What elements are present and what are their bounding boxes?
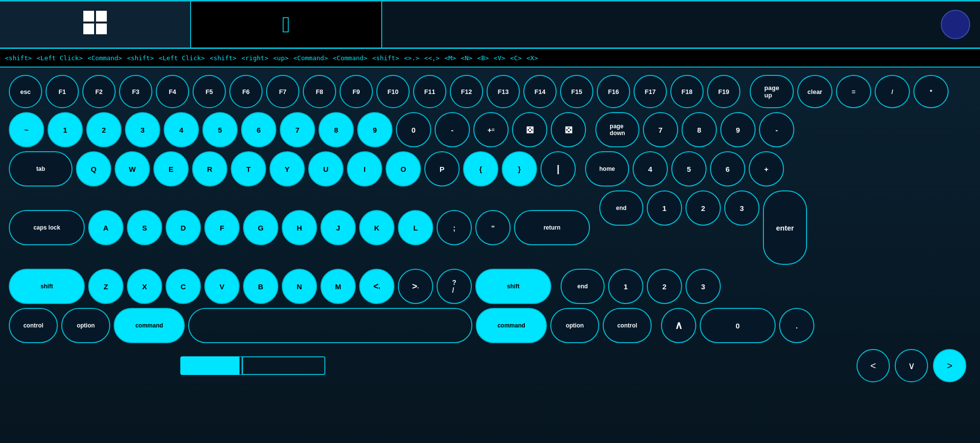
key-f18[interactable]: F18: [670, 75, 704, 108]
key-end[interactable]: end: [599, 190, 643, 226]
key-d[interactable]: D: [166, 210, 201, 245]
key-f12[interactable]: F12: [450, 75, 483, 108]
key-arrow-up[interactable]: ∧: [661, 308, 696, 343]
key-9[interactable]: 9: [357, 112, 392, 147]
key-arrow-left[interactable]: <: [857, 349, 890, 382]
key-numpad-enter[interactable]: enter: [763, 190, 807, 265]
key-shift-left[interactable]: shift: [9, 269, 85, 304]
key-f13[interactable]: F13: [487, 75, 520, 108]
key-f8[interactable]: F8: [303, 75, 336, 108]
key-equals[interactable]: +=: [473, 112, 509, 147]
key-f1[interactable]: F1: [46, 75, 79, 108]
key-o[interactable]: O: [386, 151, 421, 187]
key-numpad-0[interactable]: 0: [700, 308, 776, 343]
key-numpad-8[interactable]: 8: [682, 112, 717, 147]
key-numpad-5[interactable]: 5: [671, 151, 707, 187]
key-numpad-dot[interactable]: .: [779, 308, 814, 343]
key-n[interactable]: N: [282, 269, 317, 304]
key-numpad-3[interactable]: 3: [724, 190, 760, 226]
key-w[interactable]: W: [115, 151, 150, 187]
key-h[interactable]: H: [282, 210, 317, 245]
key-esc[interactable]: esc: [9, 75, 42, 108]
key-b[interactable]: B: [243, 269, 278, 304]
key-u[interactable]: U: [308, 151, 343, 187]
key-arrow-down[interactable]: ∨: [895, 349, 928, 382]
key-numpad-equals[interactable]: =: [836, 75, 871, 108]
key-backspace1[interactable]: ⊠: [512, 112, 547, 147]
key-lbrace[interactable]: {: [463, 151, 498, 187]
key-numpad-9[interactable]: 9: [720, 112, 756, 147]
key-z[interactable]: Z: [88, 269, 123, 304]
key-rbrace[interactable]: }: [502, 151, 537, 187]
key-2[interactable]: 2: [86, 112, 122, 147]
key-semicolon[interactable]: ;: [437, 210, 472, 245]
key-8[interactable]: 8: [318, 112, 354, 147]
key-g[interactable]: G: [243, 210, 278, 245]
key-command-left[interactable]: command: [114, 308, 185, 343]
key-numpad-end[interactable]: end: [561, 269, 605, 304]
key-tilde[interactable]: ~: [9, 112, 44, 147]
key-f3[interactable]: F3: [119, 75, 152, 108]
key-6[interactable]: 6: [241, 112, 276, 147]
key-5[interactable]: 5: [202, 112, 238, 147]
key-return[interactable]: return: [514, 210, 590, 245]
key-m[interactable]: M: [320, 269, 356, 304]
key-shift-right[interactable]: shift: [475, 269, 551, 304]
key-pipe[interactable]: |: [540, 151, 576, 187]
key-f10[interactable]: F10: [376, 75, 410, 108]
key-f5[interactable]: F5: [193, 75, 226, 108]
key-quote[interactable]: ": [475, 210, 511, 245]
key-option-right[interactable]: option: [550, 308, 599, 343]
key-page-down[interactable]: pagedown: [595, 112, 639, 147]
key-numpad-star[interactable]: *: [913, 75, 949, 108]
key-3[interactable]: 3: [125, 112, 160, 147]
key-command-right[interactable]: command: [476, 308, 547, 343]
key-f16[interactable]: F16: [597, 75, 630, 108]
slider-filled[interactable]: [180, 356, 239, 375]
key-numpad-2b[interactable]: 2: [647, 269, 682, 304]
windows-tab[interactable]: [0, 1, 191, 47]
key-f6[interactable]: F6: [229, 75, 263, 108]
key-tab[interactable]: tab: [9, 151, 73, 187]
key-caps-lock[interactable]: caps lock: [9, 210, 85, 245]
key-comma[interactable]: <,: [359, 269, 394, 304]
key-numpad-1[interactable]: 1: [647, 190, 682, 226]
key-home[interactable]: home: [585, 151, 629, 187]
key-spacebar[interactable]: [188, 308, 472, 343]
key-f19[interactable]: F19: [707, 75, 740, 108]
key-option-left[interactable]: option: [61, 308, 110, 343]
key-y[interactable]: Y: [270, 151, 305, 187]
key-control-left[interactable]: control: [9, 308, 58, 343]
key-v[interactable]: V: [204, 269, 240, 304]
key-f11[interactable]: F11: [413, 75, 446, 108]
key-s[interactable]: S: [127, 210, 162, 245]
key-numpad-6[interactable]: 6: [710, 151, 745, 187]
apple-tab[interactable]: : [191, 1, 382, 47]
key-numpad-1b[interactable]: 1: [608, 269, 643, 304]
key-f4[interactable]: F4: [156, 75, 189, 108]
key-t[interactable]: T: [231, 151, 266, 187]
key-clear[interactable]: clear: [797, 75, 833, 108]
key-4[interactable]: 4: [164, 112, 199, 147]
key-x[interactable]: X: [127, 269, 162, 304]
key-numpad-plus[interactable]: +: [749, 151, 784, 187]
key-q[interactable]: Q: [76, 151, 111, 187]
key-a[interactable]: A: [88, 210, 123, 245]
key-l[interactable]: L: [398, 210, 433, 245]
key-page-up[interactable]: pageup: [750, 75, 794, 108]
key-backspace2[interactable]: ⊠: [551, 112, 586, 147]
key-f9[interactable]: F9: [340, 75, 373, 108]
key-1[interactable]: 1: [48, 112, 83, 147]
key-f15[interactable]: F15: [560, 75, 593, 108]
key-f14[interactable]: F14: [523, 75, 557, 108]
key-7[interactable]: 7: [280, 112, 315, 147]
key-e[interactable]: E: [153, 151, 189, 187]
slider-empty[interactable]: [242, 356, 325, 375]
key-slash[interactable]: ?/: [437, 269, 472, 304]
key-f17[interactable]: F17: [634, 75, 667, 108]
key-arrow-right[interactable]: >: [933, 349, 966, 382]
key-c[interactable]: C: [166, 269, 201, 304]
key-f[interactable]: F: [204, 210, 240, 245]
facebook-button[interactable]: [941, 10, 970, 39]
key-numpad-3b[interactable]: 3: [686, 269, 721, 304]
